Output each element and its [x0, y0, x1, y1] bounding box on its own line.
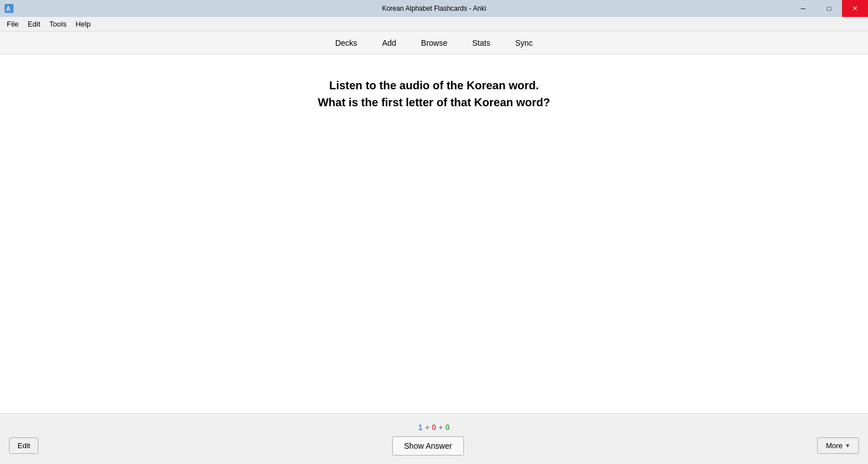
- more-label: More: [826, 441, 843, 450]
- main-content: Listen to the audio of the Korean word. …: [0, 54, 868, 413]
- plus-separator-2: +: [439, 423, 443, 432]
- menu-help[interactable]: Help: [71, 19, 96, 29]
- review-count: 0: [445, 423, 450, 432]
- toolbar-decks[interactable]: Decks: [328, 36, 364, 50]
- close-button[interactable]: ✕: [842, 0, 868, 17]
- title-bar-left: A: [5, 4, 14, 13]
- title-bar: A Korean Alphabet Flashcards - Anki ─ □ …: [0, 0, 868, 17]
- plus-separator-1: +: [425, 423, 429, 432]
- more-arrow-icon: ▼: [845, 443, 850, 449]
- show-answer-button[interactable]: Show Answer: [392, 436, 464, 456]
- window-controls: ─ □ ✕: [790, 0, 868, 17]
- bottom-bar: 1 + 0 + 0 Edit Show Answer More ▼: [0, 413, 868, 464]
- new-count: 1: [418, 423, 423, 432]
- flashcard-question: Listen to the audio of the Korean word. …: [318, 77, 550, 111]
- question-line2: What is the first letter of that Korean …: [318, 94, 550, 111]
- window-title: Korean Alphabet Flashcards - Anki: [382, 5, 486, 12]
- toolbar-add[interactable]: Add: [375, 36, 403, 50]
- card-counts: 1 + 0 + 0: [418, 423, 450, 432]
- toolbar-sync[interactable]: Sync: [509, 36, 540, 50]
- more-button[interactable]: More ▼: [817, 437, 859, 454]
- edit-button[interactable]: Edit: [9, 437, 38, 454]
- question-line1: Listen to the audio of the Korean word.: [318, 77, 550, 94]
- toolbar-browse[interactable]: Browse: [414, 36, 454, 50]
- toolbar-stats[interactable]: Stats: [466, 36, 497, 50]
- minimize-button[interactable]: ─: [790, 0, 816, 17]
- menu-edit[interactable]: Edit: [23, 19, 45, 29]
- toolbar: Decks Add Browse Stats Sync: [0, 32, 868, 54]
- restore-button[interactable]: □: [816, 0, 842, 17]
- svg-text:A: A: [6, 6, 10, 12]
- menu-file[interactable]: File: [2, 19, 23, 29]
- bottom-actions: Edit Show Answer More ▼: [0, 436, 868, 456]
- menu-tools[interactable]: Tools: [45, 19, 71, 29]
- learn-count: 0: [432, 423, 436, 432]
- menu-bar: File Edit Tools Help: [0, 17, 868, 32]
- app-icon: A: [5, 4, 14, 13]
